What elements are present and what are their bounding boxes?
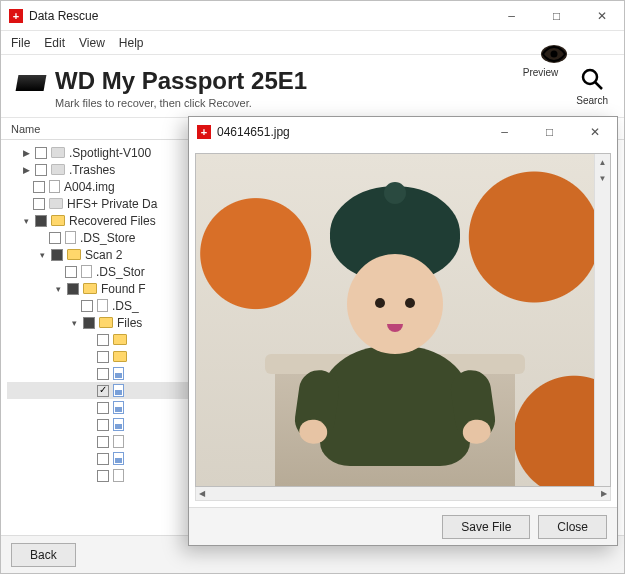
folder-icon	[49, 198, 63, 209]
svg-line-2	[595, 82, 602, 89]
checkbox[interactable]	[97, 368, 109, 380]
checkbox[interactable]	[33, 181, 45, 193]
chevron-down-icon[interactable]: ▾	[69, 318, 79, 328]
maximize-button[interactable]: □	[534, 1, 579, 31]
search-label: Search	[576, 95, 608, 106]
image-file-icon	[113, 452, 124, 465]
vertical-scrollbar[interactable]: ▲ ▼	[594, 154, 610, 486]
checkbox[interactable]	[65, 266, 77, 278]
menu-help[interactable]: Help	[119, 36, 144, 50]
checkbox[interactable]	[97, 436, 109, 448]
svg-point-1	[583, 70, 597, 84]
folder-icon	[51, 147, 65, 158]
app-logo-icon: +	[9, 9, 23, 23]
search-icon	[580, 67, 604, 95]
checkbox[interactable]	[97, 402, 109, 414]
checkbox[interactable]	[51, 249, 63, 261]
image-file-icon	[113, 384, 124, 397]
folder-icon	[99, 317, 113, 328]
folder-icon	[83, 283, 97, 294]
back-button[interactable]: Back	[11, 543, 76, 567]
scroll-right-icon[interactable]: ▶	[601, 489, 607, 498]
preview-window: + 04614651.jpg – □ ✕ ▲	[188, 116, 618, 546]
checkbox[interactable]	[33, 198, 45, 210]
scroll-up-icon[interactable]: ▲	[595, 154, 610, 170]
page-title: WD My Passport 25E1	[55, 67, 307, 95]
search-action[interactable]: Search	[576, 67, 608, 106]
column-name: Name	[11, 123, 40, 135]
chevron-right-icon[interactable]: ▶	[21, 148, 31, 158]
checkbox[interactable]	[81, 300, 93, 312]
checkbox[interactable]	[35, 147, 47, 159]
preview-action[interactable]: Preview	[523, 67, 559, 106]
checkbox[interactable]	[35, 215, 47, 227]
preview-image: ▲ ▼	[195, 153, 611, 487]
chevron-down-icon[interactable]: ▾	[21, 216, 31, 226]
menu-view[interactable]: View	[79, 36, 105, 50]
checkbox[interactable]	[97, 453, 109, 465]
scroll-down-icon[interactable]: ▼	[595, 170, 610, 186]
menu-bar: File Edit View Help	[1, 31, 624, 55]
chevron-down-icon[interactable]: ▾	[37, 250, 47, 260]
checkbox[interactable]	[97, 419, 109, 431]
close-button[interactable]: ✕	[579, 1, 624, 31]
checkbox[interactable]	[97, 470, 109, 482]
maximize-button[interactable]: □	[527, 117, 572, 147]
menu-file[interactable]: File	[11, 36, 30, 50]
folder-icon	[51, 215, 65, 226]
folder-icon	[113, 334, 127, 345]
folder-icon	[67, 249, 81, 260]
drive-icon	[16, 75, 47, 91]
minimize-button[interactable]: –	[489, 1, 534, 31]
app-logo-icon: +	[197, 125, 211, 139]
checkbox-checked[interactable]	[97, 385, 109, 397]
file-icon	[49, 180, 60, 193]
checkbox[interactable]	[49, 232, 61, 244]
folder-icon	[113, 351, 127, 362]
page-subtitle: Mark files to recover, then click Recove…	[55, 97, 307, 109]
image-file-icon	[113, 401, 124, 414]
preview-footer: Save File Close	[189, 507, 617, 545]
checkbox[interactable]	[83, 317, 95, 329]
save-file-button[interactable]: Save File	[442, 515, 530, 539]
page-header: WD My Passport 25E1 Mark files to recove…	[1, 55, 624, 118]
svg-point-0	[550, 51, 557, 58]
window-title: Data Rescue	[29, 9, 98, 23]
image-file-icon	[113, 367, 124, 380]
file-icon	[81, 265, 92, 278]
preview-titlebar: + 04614651.jpg – □ ✕	[189, 117, 617, 147]
file-icon	[97, 299, 108, 312]
file-icon	[113, 435, 124, 448]
close-button[interactable]: ✕	[572, 117, 617, 147]
checkbox[interactable]	[97, 334, 109, 346]
file-icon	[65, 231, 76, 244]
checkbox[interactable]	[97, 351, 109, 363]
preview-label: Preview	[523, 67, 559, 78]
image-file-icon	[113, 418, 124, 431]
preview-body: ▲ ▼ ◀ ▶	[189, 147, 617, 507]
menu-edit[interactable]: Edit	[44, 36, 65, 50]
folder-icon	[51, 164, 65, 175]
minimize-button[interactable]: –	[482, 117, 527, 147]
checkbox[interactable]	[67, 283, 79, 295]
scroll-left-icon[interactable]: ◀	[199, 489, 205, 498]
preview-filename: 04614651.jpg	[217, 125, 290, 139]
image-content	[196, 154, 594, 486]
checkbox[interactable]	[35, 164, 47, 176]
close-preview-button[interactable]: Close	[538, 515, 607, 539]
title-bar: + Data Rescue – □ ✕	[1, 1, 624, 31]
file-icon	[113, 469, 124, 482]
chevron-down-icon[interactable]: ▾	[53, 284, 63, 294]
chevron-right-icon[interactable]: ▶	[21, 165, 31, 175]
horizontal-scrollbar[interactable]: ◀ ▶	[195, 485, 611, 501]
